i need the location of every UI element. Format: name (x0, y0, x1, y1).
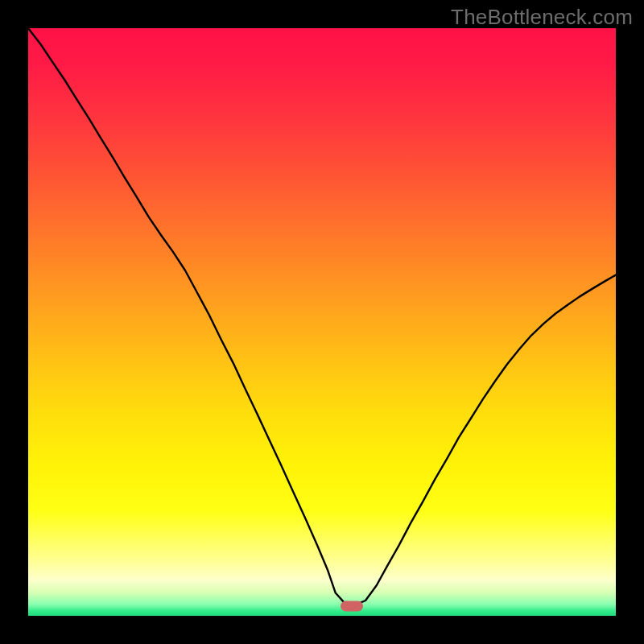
watermark-text: TheBottleneck.com (451, 5, 633, 30)
plot-area (28, 28, 616, 616)
minimum-marker-pill (341, 601, 363, 611)
chart-frame: TheBottleneck.com (0, 0, 644, 644)
bottleneck-curve (28, 28, 616, 616)
